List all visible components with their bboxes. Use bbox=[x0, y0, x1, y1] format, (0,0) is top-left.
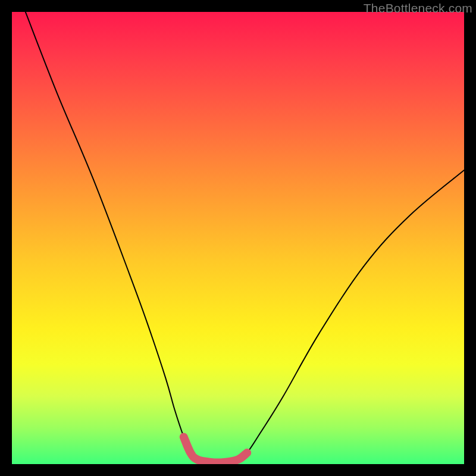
highlight-trough-path bbox=[184, 437, 247, 462]
curve-overlay bbox=[12, 12, 464, 464]
watermark-text: TheBottleneck.com bbox=[364, 1, 472, 15]
bottleneck-curve-path bbox=[26, 12, 464, 463]
chart-frame: TheBottleneck.com bbox=[0, 0, 476, 476]
